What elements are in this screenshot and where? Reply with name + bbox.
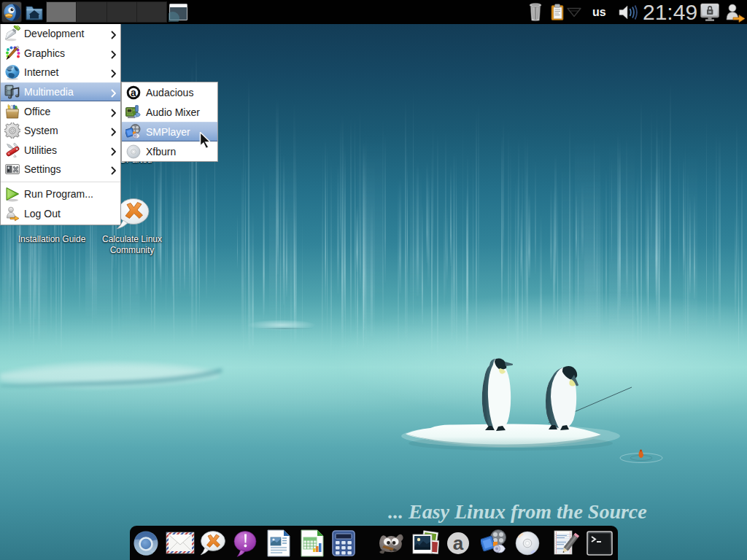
svg-text:a: a <box>131 87 136 98</box>
svg-text:a: a <box>453 532 464 554</box>
